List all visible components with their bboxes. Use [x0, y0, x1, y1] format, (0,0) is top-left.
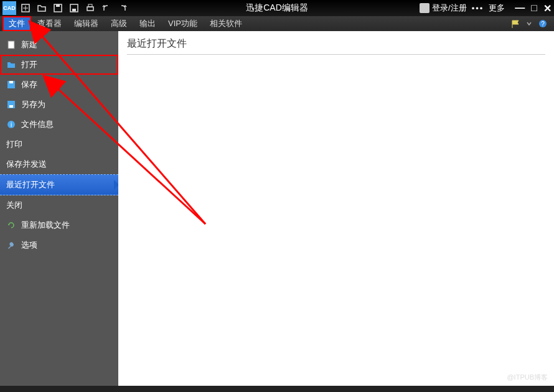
maximize-button[interactable]: □: [531, 2, 537, 14]
save-icon[interactable]: [52, 2, 63, 14]
file-menu-close[interactable]: 关闭: [0, 195, 118, 215]
file-menu-panel: 新建 打开 保存 另存为 i 文件信息 打印 保存并发送 最近打开文件: [0, 31, 118, 386]
fm-label: 保存并发送: [6, 159, 47, 170]
fm-label: 重新加载文件: [21, 220, 70, 231]
open-folder-icon: [6, 60, 16, 70]
svg-text:?: ?: [541, 21, 545, 27]
content-title: 最近打开文件: [127, 37, 545, 50]
fm-label: 关闭: [6, 200, 22, 211]
svg-text:i: i: [11, 121, 12, 128]
fm-label: 打印: [6, 139, 22, 150]
svg-rect-7: [87, 7, 93, 11]
login-button[interactable]: 登录/注册: [420, 2, 467, 14]
app-icon: CAD: [2, 1, 16, 15]
file-menu-reload[interactable]: 重新加载文件: [0, 215, 118, 235]
file-menu-save-send[interactable]: 保存并发送: [0, 154, 118, 174]
redo-icon[interactable]: [117, 2, 128, 14]
divider: [127, 54, 545, 55]
reload-icon: [6, 220, 16, 230]
menu-file[interactable]: 文件: [2, 16, 31, 31]
menu-advanced[interactable]: 高级: [105, 16, 133, 31]
user-icon: [420, 3, 430, 13]
file-menu-open[interactable]: 打开: [0, 55, 118, 75]
minimize-button[interactable]: —: [515, 2, 525, 14]
svg-rect-13: [9, 81, 13, 83]
svg-rect-6: [72, 9, 76, 11]
help-icon[interactable]: ?: [538, 19, 548, 29]
fm-label: 新建: [21, 39, 37, 50]
new-icon[interactable]: [20, 2, 31, 14]
saveas-disk-icon: [6, 100, 16, 110]
open-icon[interactable]: [36, 2, 47, 14]
file-menu-info[interactable]: i 文件信息: [0, 114, 118, 134]
menu-viewer[interactable]: 查看器: [31, 16, 68, 31]
info-icon: i: [6, 119, 16, 129]
fm-label: 保存: [21, 79, 37, 90]
login-label: 登录/注册: [432, 2, 467, 14]
file-menu-saveas[interactable]: 另存为: [0, 95, 118, 114]
svg-rect-4: [56, 4, 60, 7]
flag-icon[interactable]: [510, 19, 520, 29]
menu-output[interactable]: 输出: [133, 16, 162, 31]
svg-rect-11: [8, 41, 14, 49]
statusbar: [0, 386, 554, 392]
new-file-icon: [6, 40, 16, 50]
save-disk-icon: [6, 80, 16, 90]
svg-rect-15: [9, 105, 13, 108]
content-panel: 最近打开文件 @ITPUB博客: [118, 31, 554, 386]
file-menu-new[interactable]: 新建: [0, 35, 118, 55]
fm-label: 最近打开文件: [6, 179, 55, 190]
fm-label: 文件信息: [21, 119, 54, 130]
quick-access-toolbar: [20, 2, 128, 14]
settings-chevron-icon[interactable]: [524, 19, 534, 29]
menubar: 文件 查看器 编辑器 高级 输出 VIP功能 相关软件 ?: [0, 16, 554, 31]
wrench-icon: [6, 240, 16, 250]
file-menu-recent[interactable]: 最近打开文件: [0, 174, 118, 195]
close-button[interactable]: ✕: [543, 2, 552, 14]
menu-vip[interactable]: VIP功能: [162, 16, 204, 31]
file-menu-save[interactable]: 保存: [0, 75, 118, 95]
menu-editor[interactable]: 编辑器: [68, 16, 105, 31]
more-label[interactable]: 更多: [489, 2, 505, 14]
watermark: @ITPUB博客: [507, 373, 548, 382]
saveas-icon[interactable]: [68, 2, 80, 14]
more-dots-icon[interactable]: •••: [472, 4, 484, 13]
file-menu-options[interactable]: 选项: [0, 235, 118, 255]
menu-related[interactable]: 相关软件: [204, 16, 248, 31]
file-menu-print[interactable]: 打印: [0, 134, 118, 154]
undo-icon[interactable]: [101, 2, 112, 14]
fm-label: 选项: [21, 240, 37, 251]
fm-label: 另存为: [21, 99, 45, 110]
fm-label: 打开: [21, 59, 37, 70]
print-icon[interactable]: [85, 2, 96, 14]
app-title: 迅捷CAD编辑器: [246, 2, 308, 14]
titlebar: CAD 迅捷CAD编辑器 登录/注册 ••• 更多 — □ ✕: [0, 0, 554, 16]
